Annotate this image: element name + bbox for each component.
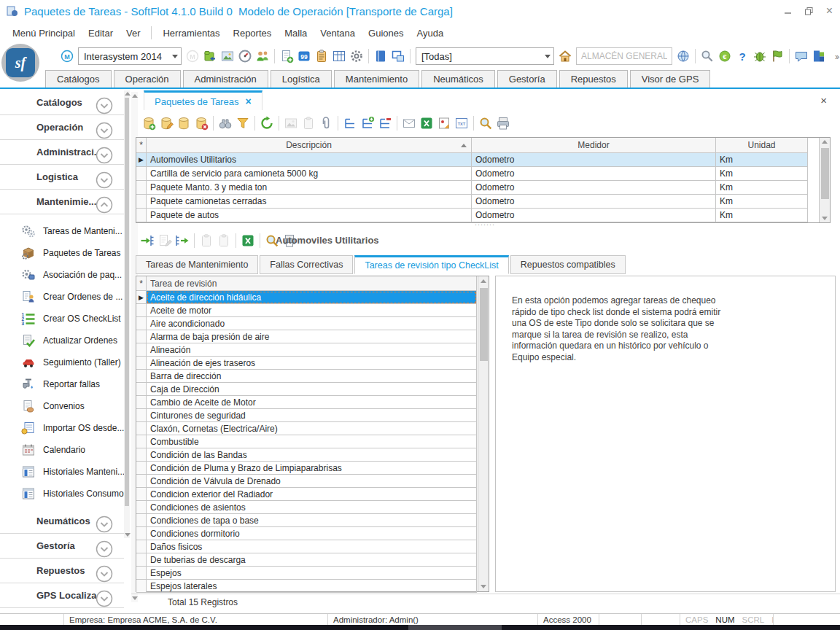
sidebar-category-catalogos[interactable]: Catálogos <box>0 90 124 115</box>
detail-tab-repuestos-compatibles[interactable]: Repuestos compatibles <box>510 255 626 274</box>
checklist-row[interactable]: Alarma de baja presión de aire <box>136 330 489 343</box>
remove-task-icon[interactable] <box>174 233 190 249</box>
column-header-unidad[interactable]: Unidad <box>716 138 808 153</box>
warehouse-input[interactable] <box>576 47 672 65</box>
detail-tab-fallas-correctivas[interactable]: Fallas Correctivas <box>260 255 353 274</box>
paste-alt-icon[interactable] <box>216 233 232 249</box>
menu-guiones[interactable]: Guiones <box>362 25 410 42</box>
close-button[interactable]: × <box>826 4 833 18</box>
checklist-row[interactable]: Barra de dirección <box>136 370 489 383</box>
tree-add-icon[interactable] <box>359 115 376 131</box>
clipboard-icon[interactable] <box>300 115 316 131</box>
sidebar-category-neumaticos[interactable]: Neumáticos <box>0 509 124 534</box>
packages-grid-scrollbar[interactable] <box>819 138 830 222</box>
sidebar-item-seguimiento-taller[interactable]: Seguimiento (Taller) <box>0 351 124 373</box>
email-icon[interactable] <box>401 115 417 131</box>
flag-icon[interactable] <box>769 48 785 64</box>
filter-select[interactable]: [Todas] <box>416 47 554 65</box>
sidebar-item-calendario[interactable]: Calendario <box>0 439 124 461</box>
checklist-row[interactable]: De tuberias de descarga <box>136 553 489 567</box>
sidebar-item-tareas-de-manteni[interactable]: Tareas de Manteni... <box>0 220 124 242</box>
exit-door-icon[interactable] <box>811 48 827 64</box>
tree-view-icon[interactable] <box>342 115 358 131</box>
checklist-row[interactable]: Cambio de Aceite de Motor <box>136 396 489 409</box>
column-header-descripcion[interactable]: Descripción <box>147 138 472 153</box>
add-record-icon[interactable] <box>141 115 157 131</box>
column-header-tarea-de-revision[interactable]: Tarea de revisión <box>147 276 477 291</box>
sidebar-category-gestoria[interactable]: Gestoría <box>0 534 124 559</box>
menu-ver[interactable]: Ver <box>120 25 147 42</box>
checklist-row[interactable]: Daños fisicos <box>136 540 489 553</box>
sidebar-item-importar-os-desde[interactable]: Importar OS desde... <box>0 417 124 439</box>
checklist-row[interactable]: Espejos <box>136 567 489 580</box>
dashboard-gauge-icon[interactable] <box>237 48 253 64</box>
checklist-row[interactable]: ▶Aceite de dirección hidáulica <box>136 291 489 304</box>
debug-bug-icon[interactable] <box>752 48 768 64</box>
export-txt-icon[interactable]: TXT <box>454 115 470 131</box>
menu-reportes[interactable]: Reportes <box>227 25 279 42</box>
home-icon[interactable] <box>557 48 573 64</box>
package-row[interactable]: Paquete camionetas cerradasOdometroKm <box>136 195 830 209</box>
ribbon-tab-repuestos[interactable]: Repuestos <box>559 70 628 88</box>
sidebar-item-crear-os-checklist[interactable]: 123Crear OS CheckList <box>0 308 124 330</box>
globe-icon[interactable] <box>675 48 691 64</box>
checklist-scrollbar[interactable] <box>478 276 489 591</box>
sidebar-category-logistica[interactable]: Logistica <box>0 165 124 190</box>
paste-icon[interactable] <box>198 233 214 249</box>
company-select[interactable]: Interasystem 2014 <box>78 47 182 65</box>
filter-icon[interactable] <box>235 115 251 131</box>
m-badge-icon[interactable]: M <box>59 48 75 64</box>
ribbon-tab-visor-de-gps[interactable]: Visor de GPS <box>630 70 711 88</box>
sidebar-category-gps-localiza[interactable]: GPS Localiza... <box>0 583 124 608</box>
print-icon[interactable] <box>495 115 511 131</box>
delete-record-icon[interactable] <box>193 115 209 131</box>
checklist-row[interactable]: Aceite de motor <box>136 304 489 317</box>
browse-records-icon[interactable] <box>176 115 192 131</box>
export-excel-icon[interactable] <box>240 233 256 249</box>
emergency-99-icon[interactable]: 99 <box>296 48 312 64</box>
picture-icon[interactable] <box>219 48 236 64</box>
edit-record-icon[interactable] <box>158 115 174 131</box>
checklist-row[interactable]: Condiciones de tapa o base <box>136 514 489 527</box>
sidebar-scrollbar-thumb[interactable] <box>125 98 129 506</box>
sidebar-item-historiales-manteni[interactable]: Historiales Manteni... <box>0 461 124 483</box>
currency-icon[interactable]: € <box>717 48 733 64</box>
ribbon-tab-mantenimiento[interactable]: Mantenimiento <box>334 70 419 88</box>
notebook-icon[interactable] <box>373 48 389 64</box>
checklist-row[interactable]: Alineación <box>136 343 489 357</box>
export-note-icon[interactable] <box>436 115 452 131</box>
m-badge-disabled-icon[interactable]: M <box>184 48 201 64</box>
settings-gear-icon[interactable] <box>349 48 365 64</box>
attachment-icon[interactable] <box>318 115 334 131</box>
attach-image-icon[interactable] <box>283 115 299 131</box>
new-document-icon[interactable] <box>279 48 295 64</box>
ribbon-tab-neumaticos[interactable]: Neumáticos <box>421 70 495 88</box>
splitter-handle[interactable]: ······· <box>470 223 499 229</box>
data-grid-icon[interactable] <box>331 48 347 64</box>
menu-editar[interactable]: Editar <box>82 25 120 42</box>
overflow-icon[interactable]: ›› <box>828 48 840 64</box>
ribbon-tab-gestoria[interactable]: Gestoría <box>497 70 557 88</box>
menu-ayuda[interactable]: Ayuda <box>410 25 450 42</box>
checklist-row[interactable]: Caja de Dirección <box>136 383 489 396</box>
ribbon-tab-logistica[interactable]: Logística <box>271 70 332 88</box>
package-row[interactable]: ▶Automoviles UtilitariosOdometroKm <box>136 153 830 167</box>
checklist-row[interactable]: Alineación de ejes traseros <box>136 357 489 370</box>
document-tab-paquetes-de-tareas[interactable]: Paquetes de Tareas × <box>144 90 262 110</box>
checklist-row[interactable]: Condición de las Bandas <box>136 448 489 462</box>
users-icon[interactable] <box>254 48 271 64</box>
help-icon[interactable]: ? <box>734 48 750 64</box>
assign-task-icon[interactable] <box>139 233 155 249</box>
tree-remove-icon[interactable] <box>377 115 393 131</box>
package-row[interactable]: Paquete Manto. 3 y media tonOdometroKm <box>136 181 830 195</box>
documents-close-icon[interactable]: × <box>820 94 827 106</box>
detail-tab-tareas-de-revision-tipo-checklist[interactable]: Tareas de revisión tipo CheckList <box>354 255 508 274</box>
checklist-row[interactable]: Condiciones dormitorio <box>136 527 489 540</box>
menu-herramientas[interactable]: Herramientas <box>156 25 226 42</box>
tab-close-icon[interactable]: × <box>245 96 251 107</box>
sidebar-category-operacion[interactable]: Operación <box>0 115 124 140</box>
refresh-icon[interactable] <box>259 115 275 131</box>
checklist-row[interactable]: Condición de Válvula de Drenado <box>136 475 489 488</box>
minimize-button[interactable] <box>785 7 792 15</box>
menu-menu-principal[interactable]: Menú Principal <box>6 25 82 42</box>
